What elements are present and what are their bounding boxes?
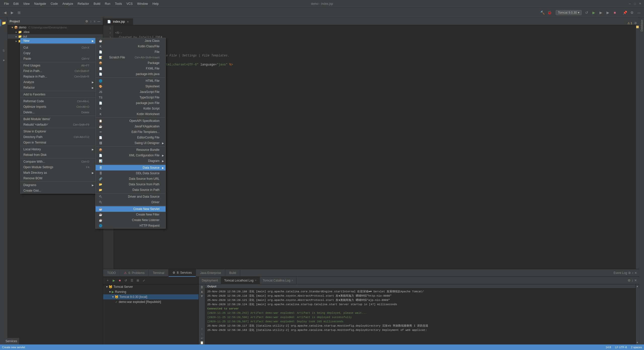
sub-driver-ds[interactable]: 🔌 Driver and Data Source (96, 194, 166, 199)
tomcat-run-selector[interactable]: Tomcat 9.0.30 ▾ (556, 10, 582, 15)
services-add-icon[interactable]: + (105, 278, 110, 283)
menu-window[interactable]: Window (135, 2, 150, 6)
ctx-find-path[interactable]: Find in Path... Ctrl+Shift+F (20, 68, 95, 74)
services-group-icon[interactable]: ⊞ (135, 278, 140, 283)
tomcat-server-item[interactable]: ▾ 🐱 Tomcat Server (103, 284, 198, 289)
event-log-btn[interactable]: Event Log (614, 271, 627, 275)
ctx-paste-item[interactable]: Paste Ctrl+V (20, 56, 95, 61)
menu-view[interactable]: View (21, 2, 32, 6)
run-button[interactable]: ▶ (591, 10, 597, 16)
menu-file[interactable]: File (2, 2, 11, 6)
log-copy-icon[interactable]: 📋 (200, 341, 204, 344)
services-expand-icon[interactable]: ⤢ (141, 278, 146, 283)
services-run-icon[interactable]: ▶ (111, 278, 116, 283)
maximize-button[interactable]: □ (633, 2, 637, 6)
services-bottom-label[interactable]: Services (4, 338, 19, 344)
stop-button[interactable]: ■ (612, 10, 618, 16)
services-restart-icon[interactable]: ↺ (123, 278, 128, 283)
services-filter-icon[interactable]: ☰ (129, 278, 134, 283)
sub-edit-templates[interactable]: ✏ Edit File Templates... (96, 129, 166, 135)
log-scroll-bottom-icon[interactable]: ▼ (200, 294, 204, 298)
ctx-local-history[interactable]: Local History ▶ (20, 147, 95, 152)
scroll-up-icon[interactable]: ▲ (636, 285, 639, 288)
scroll-down-icon[interactable]: ▼ (636, 341, 639, 344)
settings-button[interactable]: ⚙ (629, 10, 635, 16)
idea-folder-item[interactable]: ▸ 📁 .idea (8, 30, 103, 34)
run-debug-button[interactable]: 🐞 (547, 10, 553, 16)
sub-openapi[interactable]: 📋 OpenAPI Specification (96, 118, 166, 124)
sub-pkgjson[interactable]: 📄 package.json File (96, 100, 166, 106)
log-settings-icon[interactable]: ⚙ (628, 278, 631, 282)
sub-kotlin-script[interactable]: K Kotlin Script (96, 106, 166, 111)
sub-ddl-ds[interactable]: 🗄 DDL Data Source (96, 170, 166, 176)
minimize-button[interactable]: ─ (628, 2, 632, 6)
structure-tab-icon[interactable]: S (1, 47, 7, 54)
sub-package-info[interactable]: 📄 package-info.java (96, 71, 166, 77)
index-jsp-tab[interactable]: 📄 index.jsp ✕ (103, 18, 133, 25)
favorites-tab-icon[interactable]: ★ (1, 57, 7, 63)
project-tab-icon[interactable]: 📁 (1, 20, 7, 26)
sub-editorconfig[interactable]: 📄 EditorConfig File (96, 135, 166, 140)
demo-war-item[interactable]: ✓ demo:war exploded [Republish] (103, 299, 198, 304)
build-button[interactable]: 🔨 (540, 10, 546, 16)
ctx-optimize-imports[interactable]: Optimize Imports Ctrl+Alt+O (20, 104, 95, 110)
tomcat-instance-item[interactable]: ▾ 🐱 Tomcat 9.0.30 [local] (103, 294, 198, 299)
collapse-button[interactable]: — (636, 10, 642, 16)
ctx-open-terminal[interactable]: Open in Terminal (20, 140, 95, 145)
log-content-area[interactable]: 25-Nov-2020 12:56:20.188 渃化 [main] org.a… (205, 289, 635, 344)
gear2-icon[interactable]: ≡ (93, 19, 96, 24)
sub-create-listener[interactable]: ☕ Create New Listener (96, 217, 166, 223)
coverage-button[interactable]: ▶ (598, 10, 604, 16)
sub-html[interactable]: 🌐 HTML File (96, 78, 166, 84)
menu-navigate[interactable]: Navigate (32, 2, 48, 6)
sub-xml-config[interactable]: 📄 XML Configuration File ▶ (96, 153, 166, 158)
editor-settings-icon[interactable]: ⚙ (634, 21, 637, 25)
sub-package[interactable]: 📦 Package (96, 60, 166, 66)
sub-data-source[interactable]: 🗄 Data Source ▶ (96, 165, 166, 170)
log-close-icon[interactable]: ✕ (634, 278, 637, 282)
sub-ds-from-path[interactable]: 📂 Data Source from Path (96, 182, 166, 187)
ctx-add-favorites[interactable]: Add to Favorites (20, 92, 95, 97)
ctx-build-module[interactable]: Build Module 'demo' (20, 116, 95, 122)
log-wrap-icon[interactable]: ↩ (201, 336, 203, 340)
log-down-icon[interactable]: ↓ (201, 332, 203, 335)
tab-close-icon[interactable]: ✕ (127, 20, 129, 23)
sub-kotlin-class[interactable]: K Kotlin Class/File (96, 44, 166, 49)
sub-stylesheet[interactable]: 🎨 Stylesheet (96, 84, 166, 89)
menu-tools[interactable]: Tools (113, 2, 124, 6)
menu-build[interactable]: Build (92, 2, 102, 6)
terminal-tab[interactable]: Terminal (149, 269, 168, 277)
bottom-settings-icon[interactable]: ⚙ (628, 271, 631, 275)
ctx-remove-bom[interactable]: Remove BOM (20, 176, 95, 181)
menu-code[interactable]: Code (49, 2, 60, 6)
ctx-show-explorer[interactable]: Show in Explorer (20, 129, 95, 134)
ctx-replace-path[interactable]: Replace in Path... Ctrl+Shift+R (20, 74, 95, 79)
sub-ds-in-path[interactable]: 📂 Data Source in Path (96, 187, 166, 193)
ctx-cut-item[interactable]: Cut Ctrl+X (20, 45, 95, 50)
tomcat-catalina-log-tab[interactable]: Tomcat Catalina Log ✕ (260, 277, 297, 284)
catalina-log-close[interactable]: ✕ (291, 279, 293, 282)
ctx-analyze[interactable]: Analyze ▶ (20, 79, 95, 85)
tomcat-localhost-log-tab[interactable]: Tomcat Localhost Log ✕ (221, 277, 260, 284)
reload-button[interactable]: ↺ (584, 10, 590, 16)
sub-create-servlet[interactable]: ☕ Create New Servlet (96, 206, 166, 212)
localhost-log-close[interactable]: ✕ (255, 279, 257, 282)
problems-tab[interactable]: ⚠ 6: Problems (120, 269, 149, 277)
sub-driver[interactable]: 🔌 Driver (96, 199, 166, 205)
sub-scratch-file[interactable]: 📝 Scratch File Ctrl+Alt+Shift+Insert (96, 55, 166, 60)
java-enterprise-tab[interactable]: Java Enterprise (196, 269, 225, 277)
services-tab[interactable]: ⚙ 8: Services (169, 269, 196, 277)
pin-button[interactable]: 📌 (622, 10, 628, 16)
ctx-diagrams[interactable]: Diagrams ▶ (20, 182, 95, 188)
sub-create-filter[interactable]: ☕ Create New Filter (96, 212, 166, 217)
minimize-panel-icon[interactable]: — (97, 19, 101, 24)
log-expand-icon[interactable]: ↕ (632, 278, 633, 282)
sub-js[interactable]: JS JavaScript File (96, 89, 166, 95)
services-stop-icon[interactable]: ■ (117, 278, 122, 283)
sub-http-request[interactable]: 🌐 HTTP Request (96, 223, 166, 228)
menu-run[interactable]: Run (103, 2, 112, 6)
sub-resource-bundle[interactable]: 📦 Resource Bundle (96, 147, 166, 153)
ctx-delete[interactable]: Delete... Delete (20, 110, 95, 115)
sub-file[interactable]: 📄 File (96, 49, 166, 55)
sub-swing-ui[interactable]: 🖼 Swing UI Designer ▶ (96, 140, 166, 146)
